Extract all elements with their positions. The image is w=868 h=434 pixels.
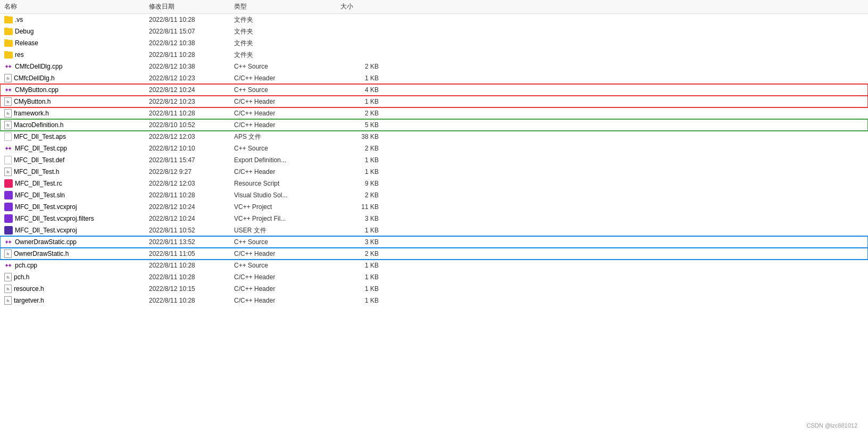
table-row[interactable]: h CMfcDellDlg.h 2022/8/12 10:23 C/C++ He… [0, 72, 868, 84]
h-icon: h [4, 273, 12, 281]
table-row[interactable]: h resource.h 2022/8/12 10:15 C/C++ Heade… [0, 283, 868, 295]
file-type-cell: VC++ Project Fil... [234, 215, 340, 222]
file-date-cell: 2022/8/11 15:07 [149, 28, 234, 35]
file-size-cell: 38 KB [340, 133, 383, 140]
h-icon: h [4, 109, 12, 118]
file-name-cell: MFC_Dll_Test.vcxproj.filters [0, 214, 149, 223]
file-name: MFC_Dll_Test.h [14, 168, 59, 176]
table-row[interactable]: MFC_Dll_Test.vcxproj 2022/8/12 10:24 VC+… [0, 201, 868, 213]
h-icon: h [4, 121, 12, 129]
file-date-cell: 2022/8/12 9:27 [149, 168, 234, 176]
file-date-cell: 2022/8/11 10:28 [149, 262, 234, 269]
cpp-icon: ✦ ✦ [4, 62, 13, 71]
file-name-cell: MFC_Dll_Test.aps [0, 132, 149, 141]
file-name: pch.cpp [15, 262, 37, 269]
file-type-cell: C++ Source [234, 86, 340, 94]
file-type-cell: Resource Script [234, 180, 340, 187]
file-name-cell: res [0, 51, 149, 59]
file-type-cell: C/C++ Header [234, 121, 340, 129]
vcxproj-user-icon [4, 226, 13, 235]
table-row[interactable]: .vs 2022/8/11 10:28 文件夹 [0, 14, 868, 26]
file-type-cell: C++ Source [234, 262, 340, 269]
file-name: MFC_Dll_Test.aps [14, 133, 66, 140]
file-name-cell: ✦ ✦ pch.cpp [0, 261, 149, 270]
table-row[interactable]: MFC_Dll_Test.aps 2022/8/12 12:03 APS 文件 … [0, 131, 868, 143]
sln-icon [4, 191, 13, 199]
file-name: CMfcDellDlg.cpp [15, 63, 62, 70]
file-size-cell: 4 KB [340, 86, 383, 94]
cpp-icon: ✦ ✦ [4, 238, 13, 246]
file-list: .vs 2022/8/11 10:28 文件夹 Debug 2022/8/11 … [0, 14, 868, 306]
table-row[interactable]: Debug 2022/8/11 15:07 文件夹 [0, 26, 868, 37]
file-name-cell: MFC_Dll_Test.vcxproj [0, 226, 149, 235]
file-type-cell: C/C++ Header [234, 98, 340, 105]
file-size-cell: 9 KB [340, 180, 383, 187]
table-row[interactable]: h MacroDefinition.h 2022/8/10 10:52 C/C+… [0, 119, 868, 131]
h-icon: h [4, 296, 12, 305]
table-row[interactable]: h pch.h 2022/8/11 10:28 C/C++ Header 1 K… [0, 271, 868, 283]
table-row[interactable]: ✦ ✦ MFC_Dll_Test.cpp 2022/8/12 10:10 C++… [0, 143, 868, 154]
file-name: OwnerDrawStatic.h [14, 250, 69, 257]
table-row[interactable]: res 2022/8/11 10:28 文件夹 [0, 49, 868, 61]
file-size-cell: 1 KB [340, 168, 383, 176]
file-type-cell: APS 文件 [234, 132, 340, 141]
col-size-header[interactable]: 大小 [340, 2, 383, 11]
file-date-cell: 2022/8/11 10:28 [149, 191, 234, 199]
file-name-cell: MFC_Dll_Test.def [0, 156, 149, 164]
file-date-cell: 2022/8/12 10:23 [149, 98, 234, 105]
table-row[interactable]: MFC_Dll_Test.vcxproj 2022/8/11 10:52 USE… [0, 224, 868, 236]
file-size-cell: 2 KB [340, 110, 383, 117]
table-row[interactable]: h CMyButton.h 2022/8/12 10:23 C/C++ Head… [0, 96, 868, 107]
file-name-cell: h pch.h [0, 273, 149, 281]
file-date-cell: 2022/8/11 10:52 [149, 227, 234, 234]
file-type-cell: C/C++ Header [234, 250, 340, 257]
file-type-cell: Export Definition... [234, 156, 340, 164]
file-type-cell: C++ Source [234, 145, 340, 152]
h-icon: h [4, 249, 12, 258]
file-date-cell: 2022/8/12 10:15 [149, 285, 234, 293]
file-name: MacroDefinition.h [14, 121, 63, 129]
col-type-header[interactable]: 类型 [234, 2, 340, 11]
col-date-header[interactable]: 修改日期 [149, 2, 234, 11]
file-type-cell: C/C++ Header [234, 110, 340, 117]
file-type-cell: 文件夹 [234, 51, 340, 60]
file-name: CMyButton.cpp [15, 86, 59, 94]
file-date-cell: 2022/8/10 10:52 [149, 121, 234, 129]
file-size-cell: 1 KB [340, 74, 383, 82]
folder-icon [4, 52, 13, 59]
table-row[interactable]: h MFC_Dll_Test.h 2022/8/12 9:27 C/C++ He… [0, 166, 868, 178]
table-row[interactable]: ✦ ✦ CMyButton.cpp 2022/8/12 10:24 C++ So… [0, 84, 868, 96]
col-name-header[interactable]: 名称 [0, 2, 149, 11]
table-row[interactable]: MFC_Dll_Test.def 2022/8/11 15:47 Export … [0, 154, 868, 166]
table-row[interactable]: MFC_Dll_Test.rc 2022/8/12 12:03 Resource… [0, 178, 868, 189]
file-name-cell: h OwnerDrawStatic.h [0, 249, 149, 258]
file-size-cell: 1 KB [340, 156, 383, 164]
table-row[interactable]: h framework.h 2022/8/11 10:28 C/C++ Head… [0, 107, 868, 119]
file-name: MFC_Dll_Test.sln [15, 191, 65, 199]
table-row[interactable]: h targetver.h 2022/8/11 10:28 C/C++ Head… [0, 295, 868, 306]
file-type-cell: USER 文件 [234, 226, 340, 235]
table-row[interactable]: ✦ ✦ OwnerDrawStatic.cpp 2022/8/11 13:52 … [0, 236, 868, 248]
aps-icon [4, 132, 12, 141]
table-header: 名称 修改日期 类型 大小 [0, 0, 868, 14]
table-row[interactable]: MFC_Dll_Test.sln 2022/8/11 10:28 Visual … [0, 189, 868, 201]
file-name-cell: h MFC_Dll_Test.h [0, 168, 149, 176]
file-date-cell: 2022/8/12 10:38 [149, 39, 234, 47]
table-row[interactable]: h OwnerDrawStatic.h 2022/8/11 11:05 C/C+… [0, 248, 868, 260]
table-row[interactable]: MFC_Dll_Test.vcxproj.filters 2022/8/12 1… [0, 213, 868, 224]
file-date-cell: 2022/8/11 10:28 [149, 16, 234, 23]
file-name-cell: h framework.h [0, 109, 149, 118]
file-name: MFC_Dll_Test.vcxproj [15, 227, 77, 234]
table-row[interactable]: ✦ ✦ pch.cpp 2022/8/11 10:28 C++ Source 1… [0, 260, 868, 271]
file-size-cell: 1 KB [340, 285, 383, 293]
file-name-cell: h targetver.h [0, 296, 149, 305]
table-row[interactable]: ✦ ✦ CMfcDellDlg.cpp 2022/8/12 10:38 C++ … [0, 61, 868, 72]
file-name: res [15, 51, 24, 59]
file-date-cell: 2022/8/11 10:28 [149, 273, 234, 281]
rc-icon [4, 179, 13, 188]
cpp-icon: ✦ ✦ [4, 86, 13, 94]
cpp-icon: ✦ ✦ [4, 144, 13, 153]
file-name-cell: MFC_Dll_Test.rc [0, 179, 149, 188]
table-row[interactable]: Release 2022/8/12 10:38 文件夹 [0, 37, 868, 49]
file-name: OwnerDrawStatic.cpp [15, 238, 77, 246]
